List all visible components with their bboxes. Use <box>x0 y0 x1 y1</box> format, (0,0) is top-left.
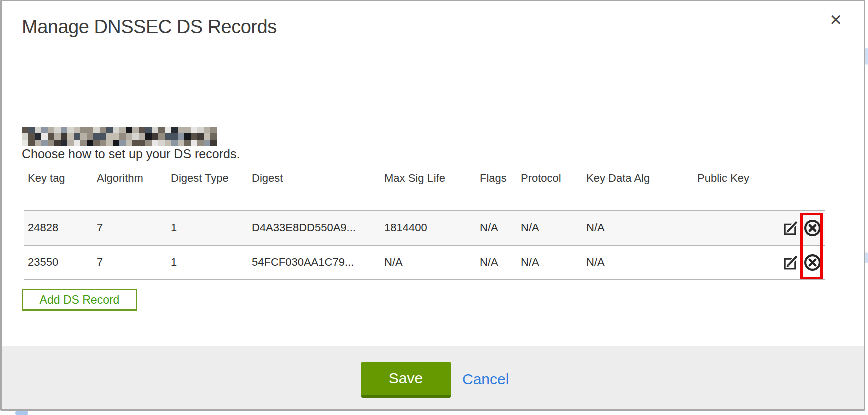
cell-protocol: N/A <box>517 246 583 279</box>
delete-record-button[interactable] <box>803 254 822 272</box>
cell-key-tag: 24828 <box>24 211 93 245</box>
col-header-flags: Flags <box>476 169 517 185</box>
ds-records-table: Key tag Algorithm Digest Type Digest Max… <box>24 169 825 280</box>
col-header-digest-type: Digest Type <box>167 169 248 185</box>
cell-digest-type: 1 <box>167 211 248 245</box>
manage-dnssec-dialog: Manage DNSSEC DS Records ✕ Choose how to… <box>0 0 865 411</box>
col-header-actions <box>770 169 825 172</box>
edit-record-button[interactable] <box>782 254 799 271</box>
col-header-key-tag: Key tag <box>24 169 93 185</box>
delete-x-circle-icon <box>803 219 822 238</box>
add-ds-record-button[interactable]: Add DS Record <box>22 289 137 311</box>
delete-record-button[interactable] <box>803 219 822 238</box>
cell-max-sig-life: N/A <box>381 246 476 279</box>
cell-max-sig-life: 1814400 <box>381 211 476 245</box>
cell-protocol: N/A <box>517 211 583 245</box>
cell-public-key <box>694 211 770 245</box>
col-header-algorithm: Algorithm <box>93 169 167 185</box>
row-actions <box>770 211 825 245</box>
cell-flags: N/A <box>476 211 517 245</box>
instruction-text: Choose how to set up your DS records. <box>22 147 240 162</box>
page-behind-artifact <box>15 412 28 415</box>
col-header-digest: Digest <box>248 169 381 185</box>
page-behind-artifact <box>865 252 868 264</box>
table-row: 23550 7 1 54FCF030AA1C79... N/A N/A N/A … <box>24 245 825 280</box>
col-header-public-key: Public Key <box>694 169 770 185</box>
cell-algorithm: 7 <box>93 246 167 279</box>
cell-digest: D4A33E8DD550A9... <box>248 211 381 245</box>
cell-key-data-alg: N/A <box>583 246 694 279</box>
cell-digest: 54FCF030AA1C79... <box>248 246 381 279</box>
edit-pencil-icon <box>782 220 799 236</box>
cell-digest-type: 1 <box>167 246 248 279</box>
delete-x-circle-icon <box>803 254 822 272</box>
dialog-footer: Save Cancel <box>2 346 864 410</box>
row-actions <box>770 246 825 279</box>
col-header-key-data-alg: Key Data Alg <box>583 169 694 185</box>
close-icon[interactable]: ✕ <box>829 12 842 28</box>
redacted-domain-name <box>22 127 217 146</box>
cell-algorithm: 7 <box>93 211 167 245</box>
cancel-link[interactable]: Cancel <box>462 362 509 398</box>
page-behind-artifact <box>865 48 868 65</box>
save-button[interactable]: Save <box>361 362 451 398</box>
table-row: 24828 7 1 D4A33E8DD550A9... 1814400 N/A … <box>24 210 825 245</box>
cell-public-key <box>694 246 770 279</box>
edit-pencil-icon <box>782 254 799 271</box>
edit-record-button[interactable] <box>782 220 799 236</box>
dialog-title: Manage DNSSEC DS Records <box>22 16 277 38</box>
cell-flags: N/A <box>476 246 517 279</box>
col-header-max-sig-life: Max Sig Life <box>381 169 476 185</box>
cell-key-data-alg: N/A <box>583 211 694 245</box>
table-header-row: Key tag Algorithm Digest Type Digest Max… <box>24 169 825 210</box>
col-header-protocol: Protocol <box>517 169 583 185</box>
cell-key-tag: 23550 <box>24 246 93 279</box>
